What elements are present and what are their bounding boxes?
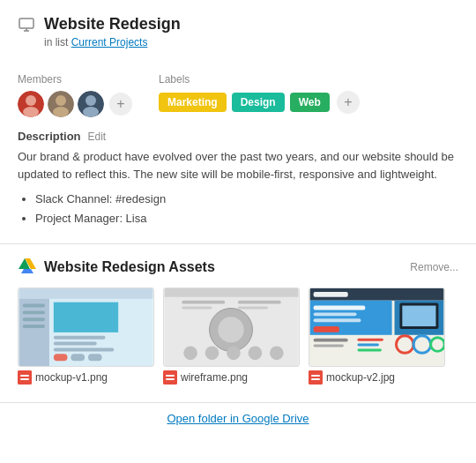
description-text: Our brand & product have evolved over th… — [18, 148, 458, 183]
svg-rect-52 — [314, 305, 366, 310]
svg-rect-22 — [23, 303, 45, 307]
file-name-2: wireframe.png — [181, 371, 248, 384]
labels-row: Marketing Design Web + — [159, 91, 360, 114]
svg-rect-64 — [309, 370, 323, 385]
svg-rect-55 — [314, 326, 339, 332]
members-row: + — [18, 91, 132, 117]
svg-rect-43 — [166, 375, 175, 377]
thumbnail-1 — [18, 288, 154, 367]
thumbnails-row: mockup-v1.png — [18, 288, 458, 385]
labels-label: Labels — [159, 73, 360, 86]
file-icon-1 — [18, 370, 32, 385]
label-design[interactable]: Design — [232, 93, 285, 112]
add-label-button[interactable]: + — [337, 91, 360, 114]
card-header: Website Redesign in list Current Project… — [18, 14, 458, 49]
svg-point-7 — [86, 95, 96, 106]
thumbnail-2 — [163, 288, 300, 367]
assets-title: Website Redesign Assets — [44, 259, 215, 275]
assets-title-row: Website Redesign Assets — [18, 257, 215, 279]
assets-section: Website Redesign Assets Remove... — [0, 244, 476, 403]
file-icon-2 — [163, 370, 177, 385]
svg-rect-57 — [314, 344, 344, 347]
svg-point-36 — [249, 346, 263, 360]
file-label-3: mockup-v2.jpg — [309, 370, 445, 385]
file-item-3[interactable]: mockup-v2.jpg — [309, 288, 445, 385]
card-title: Website Redesign — [44, 14, 181, 34]
svg-rect-61 — [358, 338, 383, 340]
open-folder-section: Open folder in Google Drive — [0, 403, 476, 434]
remove-link[interactable]: Remove... — [410, 261, 458, 273]
svg-rect-28 — [20, 378, 29, 380]
svg-rect-0 — [19, 19, 33, 28]
file-name-1: mockup-v1.png — [35, 371, 108, 384]
svg-point-3 — [26, 95, 36, 106]
svg-rect-53 — [314, 312, 357, 316]
members-label: Members — [18, 73, 132, 86]
svg-point-34 — [205, 346, 219, 360]
meta-row: Members — [18, 61, 458, 117]
svg-rect-16 — [54, 335, 106, 339]
svg-rect-24 — [23, 317, 45, 321]
svg-rect-54 — [314, 318, 361, 322]
file-label-2: wireframe.png — [163, 370, 300, 385]
svg-point-6 — [53, 107, 69, 117]
svg-rect-23 — [23, 310, 45, 314]
svg-rect-30 — [165, 288, 299, 297]
labels-section: Labels Marketing Design Web + — [159, 73, 360, 117]
svg-rect-13 — [19, 288, 153, 299]
svg-point-35 — [227, 346, 241, 360]
avatar[interactable] — [18, 91, 44, 117]
card-container: Website Redesign in list Current Project… — [0, 0, 476, 244]
file-name-3: mockup-v2.jpg — [326, 371, 395, 384]
svg-rect-47 — [314, 291, 348, 296]
file-item-2[interactable]: wireframe.png — [163, 288, 300, 385]
svg-rect-26 — [18, 370, 32, 385]
members-section: Members — [18, 73, 132, 117]
svg-point-8 — [83, 107, 99, 117]
svg-rect-27 — [20, 375, 29, 377]
list-item: Project Manager: Lisa — [35, 209, 458, 228]
svg-rect-17 — [54, 341, 97, 345]
svg-point-32 — [218, 317, 243, 342]
svg-rect-15 — [54, 302, 118, 332]
svg-rect-19 — [54, 354, 68, 361]
add-member-button[interactable]: + — [109, 93, 132, 116]
google-drive-icon — [18, 257, 37, 279]
svg-rect-21 — [88, 354, 102, 361]
svg-point-37 — [270, 346, 284, 360]
avatar[interactable] — [48, 91, 74, 117]
svg-rect-14 — [19, 298, 49, 365]
label-marketing[interactable]: Marketing — [159, 93, 227, 112]
list-item: Slack Channel: #redesign — [35, 190, 458, 209]
svg-rect-20 — [71, 354, 85, 361]
edit-description-link[interactable]: Edit — [88, 131, 107, 143]
card-list-line: in list Current Projects — [44, 36, 181, 49]
svg-rect-62 — [358, 343, 379, 346]
label-web[interactable]: Web — [290, 93, 330, 112]
assets-header: Website Redesign Assets Remove... — [18, 257, 458, 279]
card-title-block: Website Redesign in list Current Project… — [44, 14, 181, 49]
file-item-1[interactable]: mockup-v1.png — [18, 288, 154, 385]
svg-point-4 — [23, 107, 39, 117]
svg-rect-56 — [314, 338, 348, 341]
svg-rect-40 — [238, 300, 281, 303]
svg-rect-44 — [166, 378, 175, 380]
avatar[interactable] — [78, 91, 104, 117]
description-label: Description — [18, 130, 81, 143]
svg-rect-41 — [238, 306, 268, 309]
svg-marker-11 — [21, 269, 33, 273]
svg-rect-66 — [311, 378, 320, 380]
open-folder-link[interactable]: Open folder in Google Drive — [167, 412, 309, 425]
svg-rect-39 — [182, 306, 212, 309]
svg-rect-25 — [23, 325, 45, 328]
file-icon-3 — [309, 370, 323, 385]
list-link[interactable]: Current Projects — [71, 36, 148, 49]
thumbnail-3 — [309, 288, 445, 367]
monitor-icon — [18, 16, 35, 34]
svg-point-5 — [56, 95, 66, 106]
file-label-1: mockup-v1.png — [18, 370, 154, 385]
description-header: Description Edit — [18, 130, 458, 143]
svg-rect-63 — [358, 348, 382, 351]
svg-rect-65 — [311, 375, 320, 377]
svg-point-33 — [183, 346, 197, 360]
